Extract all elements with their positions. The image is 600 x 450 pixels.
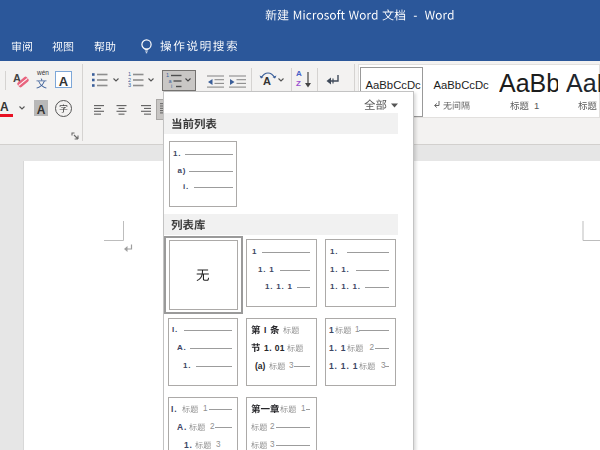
svg-text:i: i	[171, 83, 172, 88]
svg-text:3: 3	[128, 82, 131, 87]
